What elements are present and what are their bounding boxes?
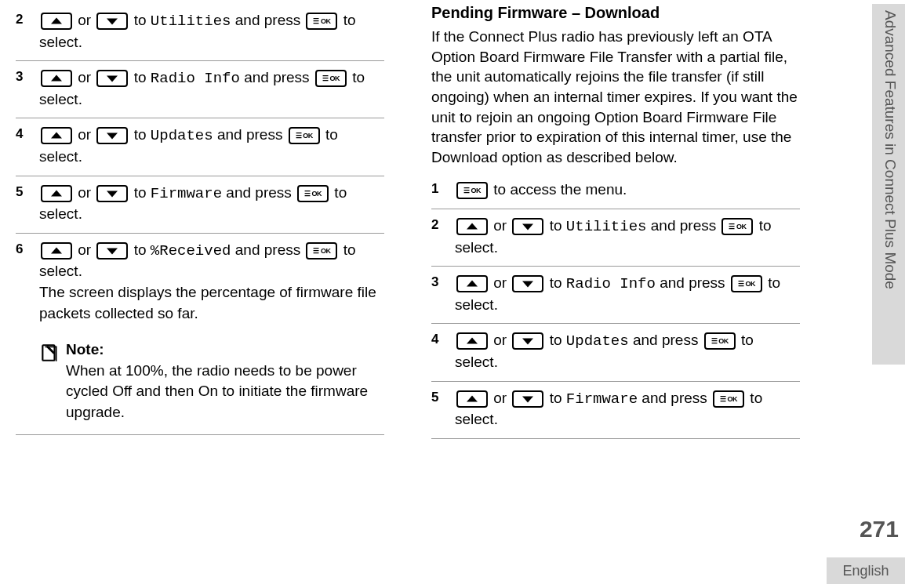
or-label: or	[74, 241, 95, 258]
step-body: to access the menu.	[455, 180, 800, 201]
up-button-icon	[41, 185, 72, 202]
step-number: 6	[16, 240, 39, 257]
andpress-label: and press	[222, 184, 296, 201]
ok-button-icon	[306, 242, 337, 260]
right-step-2: 2 or to Utilities and press to select.	[431, 209, 800, 267]
note-block: Note: When at 100%, the radio needs to b…	[16, 332, 384, 434]
or-label: or	[489, 274, 511, 291]
step-body: or to Radio Info and press to select.	[455, 273, 800, 315]
step-extra-text: The screen displays the percentage of fi…	[39, 282, 384, 324]
menu-target: Radio Info	[151, 70, 240, 87]
to-label: to	[129, 126, 150, 143]
down-button-icon	[512, 218, 543, 235]
note-body: Note: When at 100%, the radio needs to b…	[66, 339, 384, 423]
up-button-icon	[456, 332, 488, 350]
up-button-icon	[41, 70, 72, 87]
andpress-label: and press	[638, 390, 711, 406]
side-tab: Advanced Features in Connect Plus Mode	[872, 4, 905, 365]
note-title: Note:	[66, 339, 384, 361]
ok-button-icon	[306, 13, 337, 30]
menu-target: Updates	[566, 332, 629, 350]
up-button-icon	[41, 127, 72, 144]
ok-button-icon	[731, 275, 762, 292]
down-button-icon	[512, 275, 543, 292]
left-step-2: 2 or to Utilities and press to select.	[16, 4, 384, 61]
up-button-icon	[456, 390, 488, 408]
up-button-icon	[456, 218, 488, 235]
right-step-1: 1 to access the menu.	[431, 173, 800, 209]
step-body: or to Firmware and press to select.	[39, 183, 384, 225]
ok-button-icon	[721, 218, 753, 235]
right-step-4: 4 or to Updates and press to select.	[431, 324, 800, 381]
or-label: or	[74, 184, 95, 201]
or-label: or	[74, 69, 95, 85]
andpress-label: and press	[240, 69, 314, 85]
up-button-icon	[41, 13, 72, 30]
step-number: 5	[431, 388, 455, 405]
ok-button-icon	[297, 185, 329, 202]
menu-target: Updates	[151, 127, 213, 144]
menu-target: Utilities	[566, 218, 647, 235]
to-label: to	[129, 69, 150, 85]
down-button-icon	[512, 390, 543, 408]
to-label: to	[129, 241, 150, 258]
up-button-icon	[41, 242, 72, 260]
ok-button-icon	[704, 332, 736, 350]
step-number: 1	[431, 180, 455, 197]
or-label: or	[489, 217, 511, 234]
note-icon	[39, 339, 66, 423]
left-step-6: 6 or to %Received and press to select. T…	[16, 234, 384, 332]
andpress-label: and press	[646, 217, 720, 234]
step-number: 4	[431, 330, 455, 347]
to-label: to	[129, 184, 150, 201]
down-button-icon	[96, 242, 128, 260]
to-label: to	[545, 390, 565, 406]
section-title: Pending Firmware – Download	[431, 4, 800, 27]
down-button-icon	[96, 13, 128, 30]
or-label: or	[74, 126, 95, 143]
language-label: English	[827, 557, 905, 584]
step1-body-text: to access the menu.	[493, 181, 627, 198]
step-body: or to Radio Info and press to select.	[39, 67, 384, 110]
step-body: or to Firmware and press to select.	[455, 388, 800, 430]
step-number: 5	[16, 183, 39, 200]
to-label: to	[545, 217, 565, 234]
up-button-icon	[456, 275, 488, 292]
right-step-3: 3 or to Radio Info and press to select.	[431, 267, 800, 324]
or-label: or	[74, 12, 95, 28]
step-body: or to Updates and press to select.	[455, 330, 800, 372]
menu-target: Utilities	[151, 13, 231, 30]
ok-button-icon	[713, 390, 744, 408]
to-label: to	[129, 12, 150, 28]
down-button-icon	[96, 185, 128, 202]
andpress-label: and press	[213, 126, 287, 143]
andpress-label: and press	[629, 332, 703, 348]
or-label: or	[489, 390, 511, 406]
right-column: Pending Firmware – Download If the Conne…	[431, 4, 816, 549]
left-step-3: 3 or to Radio Info and press to select.	[16, 61, 384, 118]
or-label: or	[489, 332, 511, 348]
menu-target: Radio Info	[566, 275, 656, 292]
step-number: 2	[16, 10, 39, 27]
step-body: or to Utilities and press to select.	[39, 10, 384, 53]
left-step-4: 4 or to Updates and press to select.	[16, 118, 384, 176]
page-number: 271	[860, 516, 899, 543]
to-label: to	[545, 332, 565, 348]
ok-button-icon	[456, 182, 488, 199]
step-number: 2	[431, 216, 455, 233]
down-button-icon	[512, 332, 543, 350]
andpress-label: and press	[231, 12, 304, 28]
section-paragraph: If the Connect Plus radio has previously…	[431, 27, 800, 173]
step-body: or to Utilities and press to select.	[455, 216, 800, 258]
step-number: 3	[431, 273, 455, 290]
andpress-label: and press	[656, 274, 729, 291]
left-step-5: 5 or to Firmware and press to select.	[16, 176, 384, 234]
menu-target: Firmware	[151, 185, 222, 202]
to-label: to	[545, 274, 565, 291]
menu-target: %Received	[151, 242, 231, 260]
note-text: When at 100%, the radio needs to be powe…	[66, 361, 384, 423]
right-step-5: 5 or to Firmware and press to select.	[431, 382, 800, 439]
step-number: 3	[16, 67, 39, 85]
menu-target: Firmware	[566, 390, 638, 408]
left-column: 2 or to Utilities and press to select. 3…	[16, 4, 400, 549]
